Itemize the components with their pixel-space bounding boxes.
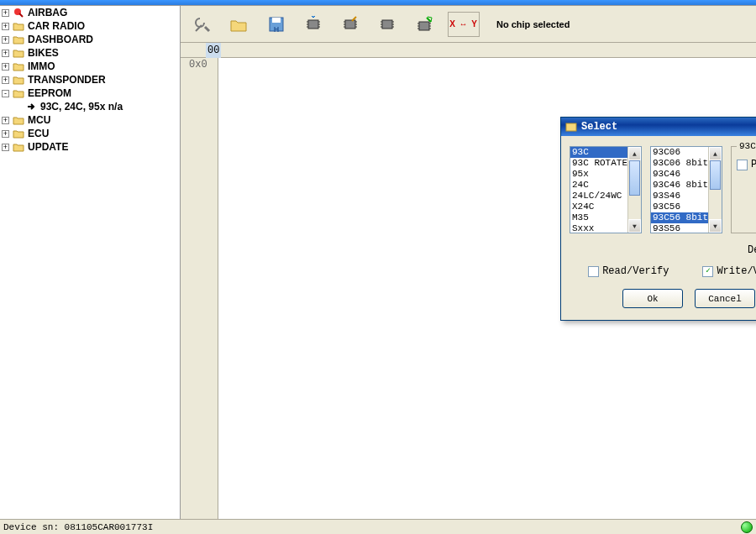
ok-button[interactable]: Ok [622,289,683,308]
scroll-thumb[interactable] [629,160,640,196]
tree-item-car-radio[interactable]: +CAR RADIO [0,19,180,33]
tree-item-label: TRANSPONDER [28,74,106,86]
tree-item-update[interactable]: +UPDATE [0,140,180,154]
readverify-label: Read/Verify [602,265,669,277]
list-item[interactable]: X24C [570,202,627,212]
expander-icon[interactable]: + [2,36,9,44]
tree-item-label: BIKES [28,47,59,59]
device-tree[interactable]: +AIRBAG+CAR RADIO+DASHBOARD+BIKES+IMMO+T… [0,6,181,519]
group-legend: 93Cxx [737,141,756,151]
folder-icon [13,128,24,139]
svg-rect-8 [566,123,576,131]
chip-write-icon[interactable] [333,8,367,40]
expander-icon[interactable]: + [2,63,9,71]
pe-checkbox[interactable] [737,160,748,170]
family-listbox[interactable]: 93C93C ROTATED95x24C24LC/24WCX24CM35Sxxx… [570,146,642,233]
hex-cursor-col: 00 [206,43,221,58]
list-item[interactable]: 93C46 8bit [651,180,708,191]
open-folder-icon[interactable] [223,8,256,40]
chip-read-icon[interactable] [297,8,330,40]
save-hex-icon[interactable]: H [260,8,293,40]
dialog-title-text: Select [581,121,617,133]
pin-red-icon [13,8,24,18]
device-listbox[interactable]: 93C0693C06 8bit93C4693C46 8bit93S4693C56… [650,146,722,233]
hex-column-header: 00 00 01 02 03 04 05 06 07 08 09 0A 0B 0… [181,43,756,58]
svg-rect-7 [419,22,429,30]
writeverify-checkbox[interactable] [702,266,713,277]
readverify-checkbox[interactable] [588,266,599,277]
expander-icon[interactable]: + [2,117,9,124]
chip-status-label: No chip selected [496,19,570,29]
tree-item-immo[interactable]: +IMMO [0,60,180,73]
list-item[interactable]: 93C56 8bit [651,212,708,223]
list-item[interactable]: 95x [570,169,627,180]
hex-first-addr: 0x0 [181,58,218,71]
status-orb-icon [741,521,753,533]
hex-editor[interactable]: 0x0 Select ✕ 93C93C ROTATED95x24C24LC/24… [181,58,756,519]
list-item[interactable]: 24C [570,180,627,191]
delay-label: Delay [748,244,756,256]
list-item[interactable]: 93C ROTATED [570,158,627,169]
tree-item-label: 93C, 24C, 95x n/a [40,101,123,113]
svg-rect-2 [272,18,281,23]
list-item[interactable]: 93C [570,147,627,158]
status-text: Device sn: 081105CAR001773I [3,522,153,532]
dialog-titlebar[interactable]: Select ✕ [561,118,756,136]
tree-item-airbag[interactable]: +AIRBAG [0,6,180,19]
folder-icon [13,34,24,44]
expander-icon[interactable]: + [2,76,9,84]
scroll-down-icon[interactable]: ▼ [628,219,641,233]
chip-erase-icon[interactable] [407,8,441,40]
select-dialog: Select ✕ 93C93C ROTATED95x24C24LC/24WCX2… [560,117,756,321]
tree-item-label: DASHBOARD [28,34,93,45]
expander-icon[interactable]: + [2,130,9,138]
tree-item-label: UPDATE [28,141,68,153]
folder-icon [13,61,24,71]
arrow-icon [25,102,37,112]
chip-alt-icon[interactable] [370,8,404,40]
list-item[interactable]: 93S56 [651,223,708,233]
writeverify-label: Write/Verify [717,265,756,277]
svg-rect-5 [345,20,355,29]
folder-icon [13,115,24,125]
expander-icon[interactable]: + [2,23,9,30]
tree-item-label: IMMO [28,60,55,72]
list-item[interactable]: 93C06 [651,147,708,158]
tree-item-93c-24c-95x-n-a[interactable]: 93C, 24C, 95x n/a [0,100,180,113]
list-item[interactable]: Sxxx [570,223,627,233]
tools-icon[interactable] [186,8,219,40]
list-item[interactable]: M35 [570,212,627,223]
expander-icon[interactable]: - [2,90,9,97]
list-item[interactable]: 24LC/24WC [570,191,627,202]
tree-item-label: AIRBAG [28,7,67,18]
scroll-down-icon[interactable]: ▼ [709,219,722,233]
xy-swap-button[interactable]: X ↔ Y [448,12,480,37]
hex-gutter: 0x0 [181,58,218,519]
scrollbar[interactable]: ▲ ▼ [627,147,641,233]
tree-item-dashboard[interactable]: +DASHBOARD [0,33,180,46]
scrollbar[interactable]: ▲ ▼ [708,147,722,233]
svg-rect-4 [308,20,318,29]
tree-item-ecu[interactable]: +ECU [0,127,180,140]
cancel-button[interactable]: Cancel [695,289,755,308]
expander-icon[interactable]: + [2,9,9,17]
tree-item-mcu[interactable]: +MCU [0,113,180,127]
expander-icon[interactable]: + [2,50,9,57]
dialog-icon [564,120,578,134]
scroll-up-icon[interactable]: ▲ [709,147,722,160]
tree-item-eeprom[interactable]: -EEPROM [0,86,180,100]
tree-item-transponder[interactable]: +TRANSPONDER [0,73,180,86]
folder-icon [13,75,24,85]
list-item[interactable]: 93C06 8bit [651,158,708,169]
scroll-up-icon[interactable]: ▲ [628,147,641,160]
list-item[interactable]: 93S46 [651,191,708,202]
list-item[interactable]: 93C46 [651,169,708,180]
tree-item-label: CAR RADIO [28,20,85,32]
folder-icon [13,48,24,58]
tree-item-bikes[interactable]: +BIKES [0,46,180,60]
folder-icon [13,88,24,98]
list-item[interactable]: 93C56 [651,202,708,212]
expander-icon[interactable]: + [2,144,9,151]
folder-icon [13,142,24,152]
scroll-thumb[interactable] [710,160,721,190]
